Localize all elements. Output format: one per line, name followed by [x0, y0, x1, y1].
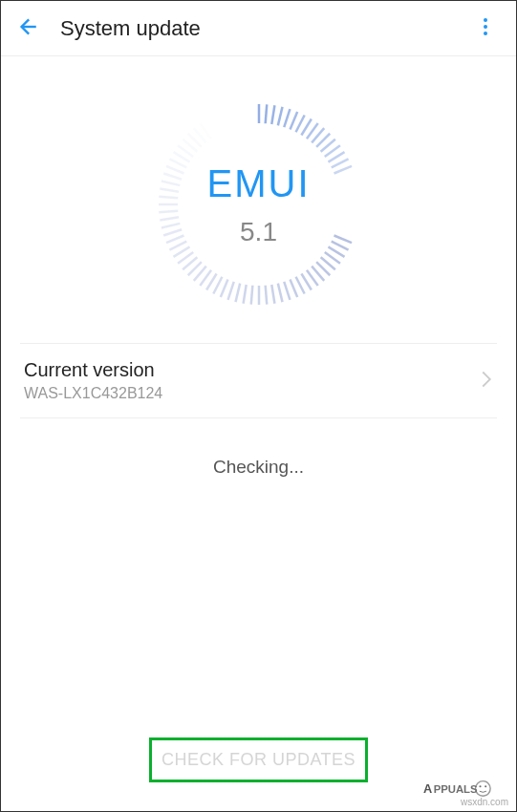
svg-line-9 [290, 112, 297, 129]
svg-line-52 [161, 224, 179, 228]
svg-line-5 [265, 104, 267, 123]
svg-line-36 [250, 286, 252, 305]
version-number: 5.1 [207, 217, 311, 247]
current-version-row[interactable]: Current version WAS-LX1C432B124 [20, 343, 497, 418]
svg-point-1 [484, 18, 487, 22]
svg-line-70 [220, 112, 227, 129]
svg-line-61 [169, 159, 186, 167]
svg-line-40 [220, 280, 227, 297]
svg-point-3 [484, 32, 487, 35]
svg-line-73 [243, 105, 246, 124]
svg-line-6 [271, 105, 274, 124]
version-dial-container: EMUI 5.1 [1, 56, 516, 343]
svg-line-18 [331, 159, 348, 167]
status-text: Checking... [1, 457, 516, 478]
svg-line-33 [271, 285, 274, 304]
svg-line-39 [227, 282, 233, 300]
chevron-right-icon [480, 370, 493, 393]
svg-line-51 [163, 229, 182, 235]
svg-text:A: A [423, 781, 432, 796]
dial-content: EMUI 5.1 [207, 162, 311, 247]
current-version-text: Current version WAS-LX1C432B124 [24, 359, 480, 402]
check-updates-button[interactable]: CHECK FOR UPDATES [149, 737, 368, 782]
more-vert-icon[interactable] [474, 15, 497, 42]
svg-line-69 [213, 115, 222, 132]
svg-line-56 [159, 197, 178, 199]
svg-line-50 [165, 236, 183, 244]
current-version-label: Current version [24, 359, 480, 381]
svg-line-21 [331, 242, 348, 250]
back-arrow-icon[interactable] [14, 14, 39, 43]
svg-line-58 [161, 181, 179, 185]
header: System update [1, 1, 516, 56]
svg-line-53 [160, 217, 179, 220]
svg-point-76 [476, 781, 491, 797]
svg-point-78 [485, 785, 486, 787]
svg-line-30 [290, 280, 297, 297]
svg-line-59 [163, 174, 182, 180]
svg-line-19 [334, 166, 351, 174]
svg-line-57 [160, 189, 179, 192]
page-title: System update [60, 16, 201, 41]
svg-point-2 [484, 25, 487, 29]
svg-line-72 [235, 107, 240, 125]
svg-line-7 [277, 107, 282, 125]
svg-line-29 [295, 277, 304, 294]
svg-line-8 [284, 109, 290, 127]
svg-line-31 [284, 282, 290, 300]
svg-line-49 [169, 242, 186, 250]
svg-line-10 [295, 115, 304, 132]
current-version-value: WAS-LX1C432B124 [24, 385, 480, 402]
svg-line-74 [250, 104, 252, 123]
svg-line-38 [235, 284, 240, 302]
svg-text:PPUALS: PPUALS [434, 783, 478, 795]
svg-line-37 [243, 285, 246, 304]
svg-line-60 [165, 166, 183, 174]
svg-line-32 [277, 284, 282, 302]
svg-line-34 [265, 286, 267, 305]
svg-line-41 [213, 277, 222, 294]
brand-logo: EMUI [207, 162, 311, 205]
version-dial: EMUI 5.1 [149, 95, 369, 314]
svg-line-54 [159, 211, 178, 213]
svg-point-77 [479, 785, 481, 787]
svg-line-20 [334, 236, 351, 244]
watermark-text: wsxdn.com [461, 797, 508, 807]
svg-line-71 [227, 109, 233, 127]
